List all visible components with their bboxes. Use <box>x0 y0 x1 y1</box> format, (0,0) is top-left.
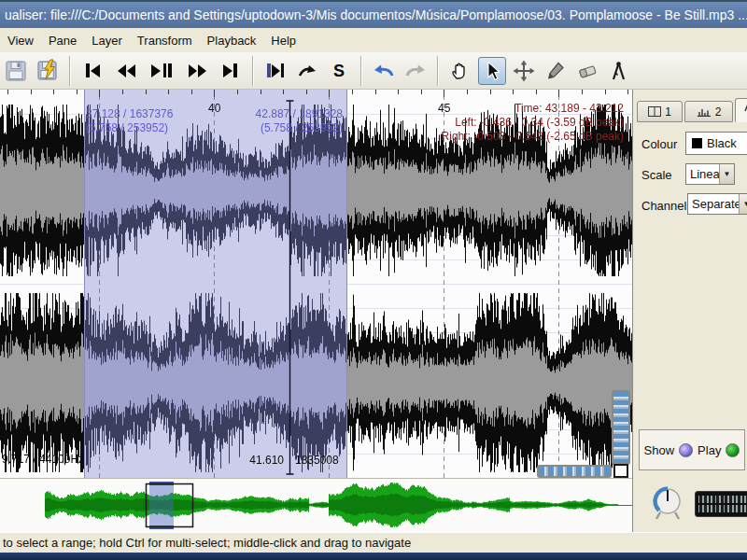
select-tool-button[interactable] <box>478 57 506 85</box>
layer-visibility-box: Show Play <box>639 429 745 470</box>
scale-label: Scale <box>641 168 672 182</box>
eraser-icon <box>575 60 599 82</box>
status-bar: to select a range; hold Ctrl for multi-s… <box>0 532 747 553</box>
scale-value: Linear <box>686 167 719 181</box>
window-bottom-border <box>0 553 747 560</box>
skip-to-end-button[interactable] <box>217 57 245 85</box>
play-pause-icon <box>151 63 173 77</box>
solo-button[interactable]: S <box>325 57 353 85</box>
erase-tool-button[interactable] <box>573 57 601 85</box>
pane-tab-1[interactable]: 1 <box>637 101 683 122</box>
scale-dropdown[interactable]: Linear ▼ <box>685 163 735 185</box>
application-window: ualiser: file:///C:/Documents and Settin… <box>0 0 747 560</box>
colour-swatch-black <box>692 138 702 148</box>
channels-value: Separate <box>688 197 739 211</box>
rewind-icon <box>118 64 135 77</box>
colour-label: Colour <box>641 137 677 151</box>
window-title: ualiser: file:///C:/Documents and Settin… <box>0 7 747 22</box>
overview-canvas[interactable] <box>0 479 632 532</box>
pencil-icon <box>544 60 567 82</box>
rewind-button[interactable] <box>110 57 142 85</box>
redo-icon <box>403 62 428 80</box>
save-as-icon <box>36 59 60 82</box>
rewind-to-start-button[interactable] <box>78 57 106 85</box>
hand-icon <box>449 60 472 82</box>
compass-icon <box>608 60 630 82</box>
chevron-down-icon[interactable]: ▼ <box>719 164 734 184</box>
chevron-down-icon[interactable]: ▼ <box>739 194 747 214</box>
properties-panel: 1 2 Colour Black Scale Linear ▼ <box>632 90 747 532</box>
constrain-playback-button[interactable] <box>261 57 289 85</box>
colour-picker-button[interactable]: Black <box>685 132 747 155</box>
menu-layer[interactable]: Layer <box>84 31 130 50</box>
draw-tool-button[interactable] <box>542 57 570 85</box>
save-button[interactable] <box>2 57 30 85</box>
move-cross-icon <box>513 60 535 82</box>
toolbar-separator <box>360 56 362 86</box>
show-led-button[interactable] <box>679 443 693 457</box>
waveform-pane[interactable]: 40 45 Time: 43.189 - 43.212 Left: -0.436… <box>0 90 632 478</box>
edit-tool-button[interactable] <box>510 57 538 85</box>
rewind-to-start-icon <box>85 63 100 77</box>
fast-forward-icon <box>189 64 206 77</box>
colour-value: Black <box>707 136 737 150</box>
toolbar-separator <box>252 56 254 86</box>
menu-view[interactable]: View <box>0 31 41 50</box>
loop-icon <box>296 62 318 80</box>
pane-tab-3-active[interactable] <box>735 98 747 122</box>
show-label: Show <box>644 443 675 457</box>
redo-button[interactable] <box>402 57 430 85</box>
play-led-button[interactable] <box>726 443 740 457</box>
menu-transform[interactable]: Transform <box>130 31 200 50</box>
navigate-tool-button[interactable] <box>446 57 474 85</box>
vertical-zoom-thumbwheel[interactable] <box>612 390 630 465</box>
save-icon <box>5 60 27 82</box>
menu-help[interactable]: Help <box>263 31 303 50</box>
window-titlebar[interactable]: ualiser: file:///C:/Documents and Settin… <box>0 0 747 28</box>
level-meter-left-channel <box>698 496 747 503</box>
toolbar-separator <box>437 56 439 86</box>
pane-tab-1-label: 1 <box>665 105 671 119</box>
measure-tool-button[interactable] <box>605 57 633 85</box>
pane-tab-2-label: 2 <box>715 105 722 119</box>
loop-playback-button[interactable] <box>293 57 321 85</box>
solo-icon: S <box>333 63 345 79</box>
waveform-canvas[interactable] <box>0 90 632 478</box>
play-pause-button[interactable] <box>146 57 177 85</box>
undo-icon <box>372 62 396 80</box>
horizontal-zoom-thumbwheel[interactable] <box>537 465 612 478</box>
zoom-reset-button[interactable] <box>613 464 628 478</box>
save-as-button[interactable] <box>34 57 62 85</box>
histogram-icon <box>697 106 712 117</box>
pane-tab-2[interactable]: 2 <box>684 101 733 122</box>
undo-button[interactable] <box>370 57 398 85</box>
toolbar: S <box>0 52 747 90</box>
playback-speed-knob[interactable] <box>650 483 687 528</box>
menu-playback[interactable]: Playback <box>200 31 264 50</box>
menu-bar: View Pane Layer Transform Playback Help <box>0 28 747 52</box>
play-label: Play <box>698 443 721 457</box>
constrain-playback-icon <box>266 63 285 77</box>
pane-split-icon <box>648 106 661 117</box>
pointer-arrow-icon <box>481 60 503 82</box>
speed-knob-icon <box>650 483 687 525</box>
toolbar-separator <box>69 56 71 86</box>
level-meter-right-channel <box>698 505 747 512</box>
channels-label: Channels <box>641 199 693 213</box>
channels-dropdown[interactable]: Separate ▼ <box>687 193 747 215</box>
overview-pane[interactable] <box>0 478 632 532</box>
status-text: to select a range; hold Ctrl for multi-s… <box>0 536 411 550</box>
playback-level-meter <box>695 491 747 517</box>
menu-pane[interactable]: Pane <box>41 31 84 50</box>
fast-forward-button[interactable] <box>181 57 213 85</box>
skip-to-end-icon <box>223 63 238 77</box>
